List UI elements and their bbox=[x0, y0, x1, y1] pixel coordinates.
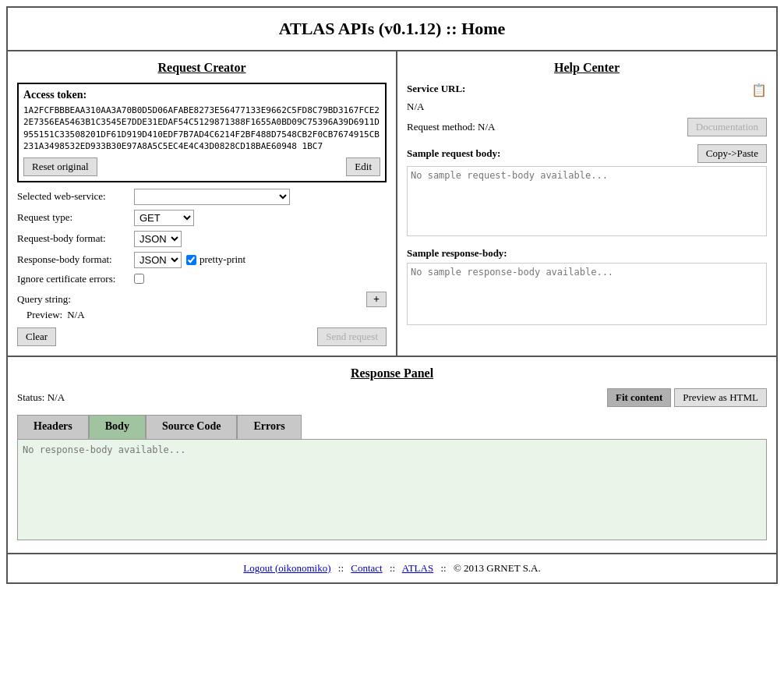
footer-sep-3: :: bbox=[440, 562, 446, 574]
webservice-select[interactable] bbox=[134, 189, 290, 205]
reset-original-button[interactable]: Reset original bbox=[23, 157, 97, 176]
webservice-label: Selected web-service: bbox=[17, 190, 134, 203]
add-query-param-button[interactable]: + bbox=[366, 292, 387, 307]
footer-sep-1: :: bbox=[338, 562, 344, 574]
tab-errors[interactable]: Errors bbox=[237, 415, 301, 439]
preview-row: Preview: N/A bbox=[17, 309, 387, 321]
tab-headers[interactable]: Headers bbox=[17, 415, 89, 439]
response-panel-title: Response Panel bbox=[17, 366, 767, 380]
footer-sep-2: :: bbox=[390, 562, 395, 574]
request-body-format-label: Request-body format: bbox=[17, 232, 134, 245]
tab-source-code[interactable]: Source Code bbox=[146, 415, 238, 439]
response-body-format-label: Response-body format: bbox=[17, 253, 134, 266]
send-request-button[interactable]: Send request bbox=[317, 327, 387, 346]
pretty-print-label[interactable]: pretty-print bbox=[186, 253, 245, 266]
request-method-row: Request method: N/A Documentation bbox=[407, 118, 767, 136]
service-url-label: Service URL: bbox=[407, 83, 465, 95]
sample-request-body-textarea[interactable] bbox=[407, 166, 767, 236]
request-creator-title: Request Creator bbox=[17, 61, 387, 75]
logout-link[interactable]: Logout (oikonomiko) bbox=[243, 562, 330, 574]
bottom-buttons-row: Clear Send request bbox=[17, 327, 387, 346]
status-text: Status: N/A bbox=[17, 391, 65, 404]
query-string-row: Query string: + bbox=[17, 292, 387, 307]
sample-request-label: Sample request body: bbox=[407, 147, 500, 160]
access-token-box: Access token: 1A2FCFBBBEAA310AA3A70B0D5D… bbox=[17, 83, 387, 182]
request-creator-panel: Request Creator Access token: 1A2FCFBBBE… bbox=[8, 51, 397, 356]
request-body-format-row: Request-body format: JSON XML bbox=[17, 231, 387, 247]
clear-button[interactable]: Clear bbox=[17, 327, 56, 346]
contact-link[interactable]: Contact bbox=[351, 562, 382, 574]
status-label: Status: bbox=[17, 391, 44, 403]
response-panel: Response Panel Status: N/A Fit content P… bbox=[8, 357, 776, 554]
page-footer: Logout (oikonomiko) :: Contact :: ATLAS … bbox=[8, 554, 776, 582]
response-body-format-select[interactable]: JSON XML bbox=[134, 252, 182, 268]
request-method-label: Request method: bbox=[407, 121, 475, 133]
response-header-row: Status: N/A Fit content Preview as HTML bbox=[17, 388, 767, 407]
help-center-panel: Help Center Service URL: 📋 N/A Request m… bbox=[397, 51, 776, 356]
access-token-value: 1A2FCFBBBEAA310AA3A70B0D5D06AFABE8273E56… bbox=[23, 104, 380, 153]
request-type-select[interactable]: GET POST PUT DELETE bbox=[134, 210, 194, 226]
ignore-cert-label: Ignore certificate errors: bbox=[17, 273, 134, 285]
status-value: N/A bbox=[48, 391, 65, 403]
request-type-label: Request type: bbox=[17, 211, 134, 224]
response-body-textarea[interactable] bbox=[17, 439, 767, 540]
service-url-row: Service URL: 📋 bbox=[407, 83, 767, 97]
ignore-cert-checkbox[interactable] bbox=[134, 274, 144, 284]
pretty-print-checkbox[interactable] bbox=[186, 255, 196, 265]
preview-label: Preview: bbox=[26, 309, 62, 321]
request-type-row: Request type: GET POST PUT DELETE bbox=[17, 210, 387, 226]
preview-value: N/A bbox=[67, 309, 84, 321]
response-body-format-row: Response-body format: JSON XML pretty-pr… bbox=[17, 252, 387, 268]
documentation-button[interactable]: Documentation bbox=[687, 118, 767, 136]
service-url-value: N/A bbox=[407, 101, 767, 113]
fit-content-button[interactable]: Fit content bbox=[607, 388, 671, 407]
request-body-format-select[interactable]: JSON XML bbox=[134, 231, 182, 247]
page-title: ATLAS APIs (v0.1.12) :: Home bbox=[8, 8, 776, 51]
access-token-label: Access token: bbox=[23, 89, 380, 101]
response-tabs: Headers Body Source Code Errors bbox=[17, 415, 767, 439]
atlas-link[interactable]: ATLAS bbox=[402, 562, 433, 574]
ignore-cert-row: Ignore certificate errors: bbox=[17, 273, 387, 285]
help-center-title: Help Center bbox=[407, 61, 767, 75]
webservice-row: Selected web-service: bbox=[17, 189, 387, 205]
request-method-text: Request method: N/A bbox=[407, 121, 495, 133]
sample-response-body-textarea[interactable] bbox=[407, 263, 767, 325]
preview-html-button[interactable]: Preview as HTML bbox=[674, 388, 767, 407]
copy-paste-button[interactable]: Copy->Paste bbox=[697, 144, 767, 163]
copyright-text: © 2013 GRNET S.A. bbox=[454, 562, 541, 574]
sample-response-label: Sample response-body: bbox=[407, 247, 767, 260]
sample-request-row: Sample request body: Copy->Paste bbox=[407, 144, 767, 163]
edit-button[interactable]: Edit bbox=[346, 157, 380, 176]
response-buttons: Fit content Preview as HTML bbox=[607, 388, 767, 407]
request-method-value: N/A bbox=[478, 121, 495, 133]
pretty-print-text: pretty-print bbox=[200, 253, 245, 266]
tab-body[interactable]: Body bbox=[89, 415, 146, 439]
copy-icon[interactable]: 📋 bbox=[751, 83, 767, 97]
query-string-label: Query string: bbox=[17, 293, 71, 306]
